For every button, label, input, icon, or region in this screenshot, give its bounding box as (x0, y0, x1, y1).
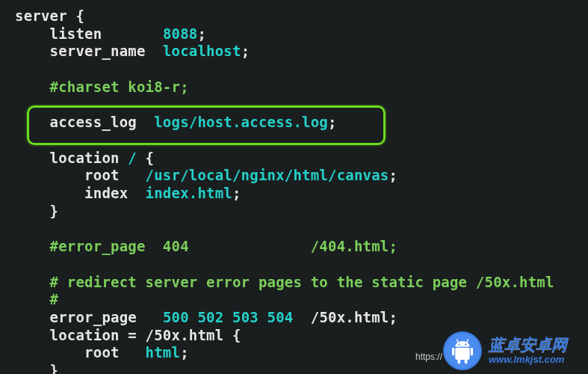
code-line: index index.html; (15, 185, 241, 201)
code-line: root /usr/local/nginx/html/canvas; (15, 167, 397, 183)
code-line: error_page 500 502 503 504 /50x.html; (15, 309, 397, 325)
svg-rect-2 (455, 348, 469, 360)
svg-rect-4 (471, 348, 473, 356)
code-line: root html; (15, 344, 189, 361)
code-comment: #charset koi8-r; (15, 79, 189, 95)
watermark-text: 蓝卓安卓网 www.lmkjst.com (489, 336, 567, 365)
svg-rect-5 (458, 359, 461, 364)
url-fragment: https:// (415, 349, 442, 367)
watermark-title: 蓝卓安卓网 (489, 336, 567, 353)
code-comment: # (15, 291, 58, 307)
code-line: } (15, 362, 58, 374)
code-comment: #error_page 404 /404.html; (15, 238, 397, 254)
code-line-highlighted: access_log logs/host.access.log; (15, 114, 337, 130)
watermark: 蓝卓安卓网 www.lmkjst.com (442, 329, 588, 374)
android-icon (442, 331, 483, 371)
code-line: server_name localhost; (15, 43, 250, 59)
code-line: location / { (15, 150, 154, 166)
code-comment: # redirect server error pages to the sta… (15, 274, 554, 290)
code-line: server { (15, 7, 84, 24)
svg-rect-3 (452, 348, 454, 356)
code-line: location = /50x.html { (15, 327, 241, 343)
svg-point-10 (465, 343, 466, 345)
svg-point-9 (458, 343, 459, 345)
code-line: listen 8088; (15, 25, 206, 42)
code-block: server { listen 8088; server_name localh… (0, 0, 588, 374)
svg-rect-6 (465, 359, 468, 364)
code-line: } (15, 203, 58, 219)
watermark-domain: www.lmkjst.com (489, 355, 567, 365)
